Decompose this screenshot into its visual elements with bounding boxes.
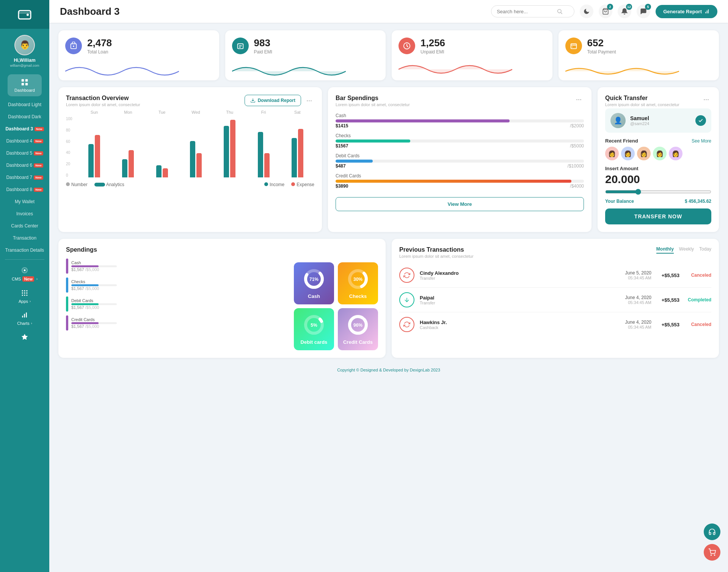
tx-type-2: Transfer (420, 301, 435, 305)
donut-credit: 96% Credit Cards (338, 308, 378, 350)
total-payment-label: Total Payment (587, 49, 616, 55)
sidebar-item-transaction[interactable]: Transaction (0, 232, 49, 244)
svg-rect-24 (707, 11, 708, 14)
apps-icon (21, 289, 28, 297)
more-options-button[interactable]: ··· (304, 96, 314, 105)
amount-slider[interactable] (605, 189, 711, 195)
search-input[interactable] (497, 9, 554, 14)
donut-debit: 5% Debit cards (294, 308, 334, 350)
bar-spendings-more-button[interactable]: ··· (574, 95, 584, 104)
svg-line-21 (561, 13, 562, 14)
tx-type-3: Cashback (420, 325, 447, 330)
fab-support-button[interactable] (704, 523, 720, 540)
sidebar-item-apps[interactable]: Apps › (0, 285, 49, 307)
tx-time-3: 05:34:45 AM (625, 325, 651, 329)
tx-time-2: 05:34:45 AM (625, 300, 651, 305)
sidebar-item-dashboard-dark[interactable]: Dashboard Dark (0, 111, 49, 123)
sidebar-item-dashboard-3[interactable]: Dashboard 3 New (0, 123, 49, 135)
sidebar: 👨 Hi,William william@gmail.com Dashboard… (0, 0, 49, 572)
svg-point-27 (73, 45, 74, 47)
total-payment-icon (565, 38, 582, 54)
balance-row: Your Balance $ 456,345.62 (605, 199, 711, 204)
quick-transfer-subtitle: Lorem ipsum dolor sit amet, consectetur (605, 102, 679, 107)
view-more-button[interactable]: View More (336, 197, 584, 211)
transfer-user-card: 👤 Samuel @sam224 (605, 108, 711, 133)
previous-transactions-card: Previous Transactions Lorem ipsum dolor … (392, 239, 719, 358)
bottom-row: Spendings Cash $1,567 /$5,000 (58, 239, 719, 358)
new-badge: New (34, 151, 43, 155)
tx-status-3: Canceled (685, 322, 711, 327)
middle-row: Transaction Overview Lorem ipsum dolor s… (58, 87, 719, 232)
loan-icon (69, 42, 78, 50)
paid-emi-icon (232, 38, 249, 54)
tab-weekly[interactable]: Weekly (679, 246, 694, 254)
notifications-button[interactable]: 12 (618, 5, 631, 18)
total-loan-wave (65, 60, 179, 79)
transfer-user-name: Samuel (630, 115, 649, 121)
spending-row-debit: Debit Cards $487/$10000 (336, 153, 584, 169)
svg-point-16 (26, 295, 27, 296)
sidebar-item-dashboard-6[interactable]: Dashboard 6 New (0, 159, 49, 171)
search-box[interactable] (491, 5, 574, 17)
new-badge: New (34, 163, 43, 168)
sidebar-item-dashboard-4[interactable]: Dashboard 4 New (0, 135, 49, 147)
tx-time-1: 05:34:45 AM (625, 276, 651, 280)
sidebar-item-favourites[interactable] (0, 329, 49, 345)
messages-button[interactable]: 5 (637, 5, 650, 18)
sidebar-item-dashboard-light[interactable]: Dashboard Light (0, 99, 49, 111)
theme-toggle-button[interactable] (580, 5, 593, 18)
refresh-icon (403, 272, 410, 279)
headphone-icon (708, 528, 716, 536)
new-badge: New (34, 188, 43, 192)
sidebar-divider (5, 259, 44, 260)
unpaid-emi-label: Unpaid EMI (420, 49, 445, 55)
sidebar-item-transaction-details[interactable]: Transaction Details (0, 244, 49, 256)
sidebar-item-dashboard-8[interactable]: Dashboard 8 New (0, 183, 49, 196)
tx-date-2: June 4, 2020 (625, 295, 651, 300)
sidebar-item-invoices[interactable]: Invoices (0, 208, 49, 220)
tab-today[interactable]: Today (699, 246, 711, 254)
header: Dashboard 3 2 12 5 Generate Repo (49, 0, 728, 23)
svg-text:5%: 5% (311, 323, 317, 328)
total-payment-wave (565, 60, 679, 79)
donut-chart-cash: 71% (303, 268, 325, 290)
svg-point-12 (24, 292, 25, 293)
friend-avatar-2: 👩 (621, 147, 635, 160)
sidebar-dashboard-icon[interactable]: Dashboard (8, 74, 42, 96)
notifications-badge: 12 (626, 4, 632, 10)
tx-status-2: Completed (685, 297, 711, 302)
friend-avatar-5: 👩 (669, 147, 682, 160)
quick-transfer-more-button[interactable]: ··· (701, 95, 711, 104)
tx-date-1: June 5, 2020 (625, 270, 651, 276)
svg-point-45 (711, 555, 712, 556)
tx-info-3: Hawkins Jr. Cashback (420, 320, 447, 330)
svg-point-9 (24, 290, 25, 291)
sidebar-item-dashboard-7[interactable]: Dashboard 7 New (0, 171, 49, 183)
sidebar-item-my-wallet[interactable]: My Wallet (0, 196, 49, 208)
search-icon (557, 8, 563, 14)
new-badge: New (35, 127, 44, 131)
bar-spendings-list: Cash $1415/$2000 Checks $1567/$5000 Debi… (336, 113, 584, 189)
transfer-now-button[interactable]: TRANSFER NOW (605, 208, 711, 224)
stat-card-total-loan: 2,478 Total Loan (58, 30, 219, 80)
sidebar-item-cms[interactable]: CMS New › (0, 263, 49, 285)
donut-chart-credit: 96% (347, 313, 369, 336)
sidebar-item-cards-center[interactable]: Cards Center (0, 220, 49, 232)
sidebar-item-dashboard-5[interactable]: Dashboard 5 New (0, 147, 49, 159)
sidebar-item-charts[interactable]: Charts › (0, 307, 49, 329)
tx-icon-1 (399, 268, 414, 283)
generate-report-button[interactable]: Generate Report (656, 5, 717, 18)
cart-button[interactable]: 2 (599, 5, 612, 18)
download-report-button[interactable]: Download Report (245, 95, 301, 106)
tab-monthly[interactable]: Monthly (656, 246, 674, 254)
see-more-link[interactable]: See More (692, 138, 711, 144)
svg-rect-18 (24, 314, 25, 318)
recent-friend-header: Recent Friend See More (605, 138, 711, 144)
spendings-title: Spendings (66, 246, 378, 253)
svg-rect-23 (705, 12, 706, 13)
recent-friend-title: Recent Friend (605, 138, 638, 144)
avatar: 👨 (14, 35, 35, 55)
donut-checks-label: Checks (349, 293, 367, 299)
tx-date-info-1: June 5, 2020 05:34:45 AM (625, 270, 651, 280)
fab-cart-button[interactable] (704, 544, 720, 561)
